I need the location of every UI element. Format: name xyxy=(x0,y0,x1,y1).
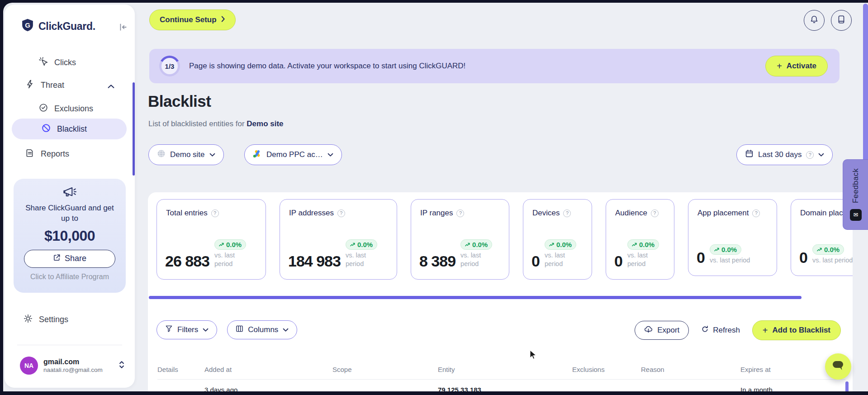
workspace-switcher[interactable]: NA gmail.com naatali.ro@gmail.com xyxy=(20,357,125,375)
stat-card-ip-addresses: IP addresses? 184 983 0.0% vs. last peri… xyxy=(280,199,397,280)
stat-value: 26 883 xyxy=(165,254,209,268)
refresh-button[interactable]: Refresh xyxy=(701,325,740,335)
sidebar-item-label: Exclusions xyxy=(54,104,93,114)
sidebar-item-label: Clicks xyxy=(54,58,76,67)
export-button[interactable]: Export xyxy=(635,321,689,340)
trend-up-icon xyxy=(350,243,355,247)
columns-icon xyxy=(236,325,243,335)
delta-note: vs. last period xyxy=(812,256,853,265)
stat-card-devices: Devices? 0 0.0% vs. last period xyxy=(523,199,592,280)
logo[interactable]: G ClickGuard. xyxy=(21,18,95,34)
column-header-details: Details xyxy=(157,366,204,373)
column-header-scope: Scope xyxy=(332,366,438,373)
funnel-icon xyxy=(165,325,173,335)
sidebar-item-reports[interactable]: Reports xyxy=(25,148,69,160)
table-row[interactable]: 3 days ago 79.125.33.183 In a month xyxy=(157,380,845,391)
cell-expires-at: In a month xyxy=(740,386,845,392)
table-vertical-scrollbar[interactable] xyxy=(845,381,849,391)
column-header-added-at: Added at xyxy=(204,366,332,373)
cards-horizontal-scrollbar[interactable] xyxy=(149,296,802,299)
sidebar-nav-scrollbar[interactable] xyxy=(133,82,135,176)
chat-widget-button[interactable] xyxy=(825,353,851,380)
page-subtitle-site: Demo site xyxy=(247,119,283,128)
delta-badge: 0.0% xyxy=(627,239,659,250)
chevron-up-icon[interactable] xyxy=(108,82,114,90)
delta-note: vs. last period xyxy=(214,251,242,268)
help-icon[interactable]: ? xyxy=(752,209,760,217)
page-title: Blacklist xyxy=(148,92,211,110)
delta-value: 0.0% xyxy=(639,241,655,248)
notifications-button[interactable] xyxy=(804,10,825,31)
stat-label: Total entries xyxy=(166,209,208,218)
columns-button[interactable]: Columns xyxy=(227,320,297,339)
share-button-label: Share xyxy=(65,254,86,263)
filters-button[interactable]: Filters xyxy=(157,320,217,339)
continue-setup-label: Continue Setup xyxy=(160,15,217,24)
sidebar-item-settings[interactable]: Settings xyxy=(24,314,68,325)
table-toolbar: Filters Columns xyxy=(157,320,844,340)
chevron-right-icon xyxy=(221,15,225,24)
chevron-down-icon xyxy=(209,150,215,159)
sidebar: G ClickGuard. Clicks Threat xyxy=(5,5,135,388)
help-icon[interactable]: ? xyxy=(563,209,571,217)
continue-setup-button[interactable]: Continue Setup xyxy=(149,10,236,30)
stat-value: 184 983 xyxy=(288,254,341,268)
stat-card-ip-ranges: IP ranges? 8 389 0.0% vs. last period xyxy=(411,199,509,280)
delta-value: 0.0% xyxy=(721,246,737,253)
cell-entity: 79.125.33.183 xyxy=(438,386,572,392)
delta-badge: 0.0% xyxy=(214,239,246,250)
stat-label: IP addresses xyxy=(289,209,334,218)
sidebar-collapse-icon[interactable] xyxy=(119,23,128,33)
stat-label: Devices xyxy=(532,209,560,218)
ban-icon xyxy=(42,124,51,135)
stat-value: 8 389 xyxy=(419,254,455,268)
sidebar-item-clicks[interactable]: Clicks xyxy=(39,57,76,68)
add-to-blacklist-button[interactable]: + Add to Blacklist xyxy=(752,320,841,340)
delta-note: vs. last period xyxy=(460,251,489,268)
delta-value: 0.0% xyxy=(556,241,572,248)
banner-message: Page is showing demo data. Activate your… xyxy=(189,49,465,83)
help-icon[interactable]: ? xyxy=(651,209,659,217)
delta-badge: 0.0% xyxy=(346,239,377,250)
chat-bubble-icon xyxy=(832,360,844,373)
refresh-icon xyxy=(701,325,709,335)
screen: G ClickGuard. Clicks Threat xyxy=(0,0,868,395)
stat-label: App placement xyxy=(697,209,749,218)
globe-icon xyxy=(157,149,166,160)
external-link-icon xyxy=(53,254,61,264)
app-canvas: G ClickGuard. Clicks Threat xyxy=(3,3,868,391)
help-icon[interactable]: ? xyxy=(806,151,814,159)
date-range-selector[interactable]: Last 30 days ? xyxy=(736,144,833,165)
sidebar-divider xyxy=(17,345,122,345)
delta-note: vs. last period xyxy=(545,251,573,268)
stat-value: 0 xyxy=(799,251,807,265)
help-icon[interactable]: ? xyxy=(456,209,464,217)
share-button[interactable]: Share xyxy=(24,250,115,268)
delta-value: 0.0% xyxy=(824,246,840,253)
chevron-down-icon xyxy=(203,325,209,334)
sidebar-item-threat[interactable]: Threat xyxy=(25,80,64,91)
site-selector[interactable]: Demo site xyxy=(148,144,224,165)
sidebar-item-label: Settings xyxy=(39,315,68,324)
lightning-icon xyxy=(25,80,34,91)
sidebar-item-label: Reports xyxy=(41,149,69,159)
trend-up-icon xyxy=(632,243,637,247)
trend-up-icon xyxy=(714,247,719,252)
demo-data-banner: 1/3 Page is showing demo data. Activate … xyxy=(149,49,840,83)
help-icon[interactable]: ? xyxy=(211,209,219,217)
help-icon[interactable]: ? xyxy=(337,209,345,217)
delta-value: 0.0% xyxy=(472,241,488,248)
delta-note: vs. last period xyxy=(710,256,750,265)
bell-icon xyxy=(810,15,819,26)
stat-card-audience: Audience? 0 0.0% vs. last period xyxy=(606,199,674,280)
sidebar-item-blacklist[interactable]: Blacklist xyxy=(12,119,127,139)
sidebar-item-exclusions[interactable]: Exclusions xyxy=(39,103,93,114)
docs-button[interactable] xyxy=(831,10,852,31)
delta-badge: 0.0% xyxy=(545,239,576,250)
feedback-tab[interactable]: Feedback ✉ xyxy=(843,159,868,230)
activate-button[interactable]: + Activate xyxy=(765,56,828,76)
clickguard-shield-icon: G xyxy=(21,18,34,34)
ppc-account-selector[interactable]: Demo PPC ac… xyxy=(244,144,342,165)
badge-check-icon xyxy=(39,103,48,114)
stat-label: Audience xyxy=(615,209,647,218)
